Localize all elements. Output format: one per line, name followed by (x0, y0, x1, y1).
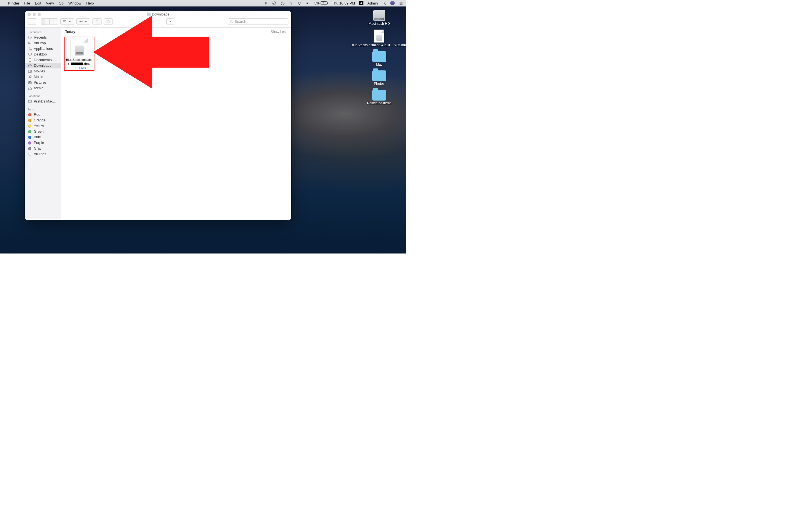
menu-go[interactable]: Go (59, 1, 63, 5)
group-header: Today (65, 30, 75, 34)
sidebar-header-tags: Tags (25, 107, 61, 112)
spotlight-icon[interactable] (382, 1, 386, 5)
battery-status[interactable]: 5% (314, 1, 328, 5)
minimize-window-button[interactable] (33, 13, 36, 16)
siri-icon[interactable] (390, 1, 395, 5)
redacted-segment (71, 62, 83, 65)
sidebar-item-pictures[interactable]: Pictures (25, 80, 61, 86)
airdrop-icon (28, 41, 32, 45)
tag-all[interactable]: All Tags… (25, 151, 61, 157)
sidebar-item-label: Recents (34, 36, 47, 40)
sidebar-item-airdrop[interactable]: AirDrop (25, 40, 61, 46)
path-dropdown[interactable] (166, 18, 174, 25)
show-less-button[interactable]: Show Less (271, 30, 287, 34)
action-button[interactable] (77, 18, 90, 25)
file-bluestacks-installer[interactable]: BlueStacksInstalle r_.dmg 617.1 MB (64, 37, 94, 71)
user-menu[interactable]: Admin (367, 1, 378, 5)
desktop-icon-bluestacks-dmg[interactable]: BlueStacksInstaller_4.210....f735.dmg (358, 30, 400, 47)
desktop-icon-photos-folder[interactable]: Photos (358, 70, 400, 86)
sidebar-item-downloads[interactable]: Downloads (25, 63, 61, 68)
menu-window[interactable]: Window (68, 1, 81, 5)
svg-rect-16 (63, 20, 64, 21)
clock[interactable]: Thu 10:59 PM (332, 1, 355, 5)
sidebar-item-label: Downloads (34, 64, 51, 68)
list-view-button[interactable] (45, 18, 49, 24)
sidebar-item-label: Music (34, 75, 43, 79)
tag-orange[interactable]: Orange (25, 117, 61, 123)
tag-yellow[interactable]: Yellow (25, 123, 61, 129)
svg-rect-20 (64, 21, 65, 22)
tag-green[interactable]: Green (25, 129, 61, 134)
tag-dot-icon (28, 147, 31, 150)
sidebar-item-label: Orange (34, 118, 46, 122)
sidebar-item-label: Pictures (34, 80, 47, 84)
sidebar-item-recents[interactable]: Recents (25, 35, 61, 40)
movies-icon (28, 69, 32, 73)
input-source-icon[interactable]: A (359, 1, 363, 5)
nav-buttons (28, 18, 36, 25)
icon-view-button[interactable] (41, 18, 45, 24)
sidebar-item-label: Pratik's Mac… (34, 100, 56, 103)
svg-point-0 (273, 1, 276, 4)
desktop-icons: Macintosh HD BlueStacksInstaller_4.210..… (358, 10, 400, 105)
creative-cloud-icon[interactable] (272, 1, 276, 5)
window-controls (28, 13, 41, 16)
tag-gray[interactable]: Gray (25, 146, 61, 151)
view-switcher (41, 18, 58, 25)
sidebar-item-admin[interactable]: admin (25, 86, 61, 91)
tag-blue[interactable]: Blue (25, 134, 61, 140)
svg-rect-17 (64, 20, 65, 21)
forward-button[interactable] (32, 18, 36, 24)
sidebar-item-documents[interactable]: Documents (25, 57, 61, 63)
menu-edit[interactable]: Edit (35, 1, 41, 5)
app-menu[interactable]: Finder (8, 1, 19, 5)
back-button[interactable] (28, 18, 32, 24)
share-button[interactable] (93, 18, 101, 25)
menu-help[interactable]: Help (86, 1, 94, 5)
notification-center-icon[interactable] (399, 1, 403, 5)
desktop-icon-macintosh-hd[interactable]: Macintosh HD (358, 10, 400, 25)
sidebar-item-desktop[interactable]: Desktop (25, 52, 61, 57)
svg-point-4 (383, 2, 385, 4)
volume-icon[interactable] (306, 1, 310, 5)
folder-icon (372, 70, 386, 81)
sidebar-item-movies[interactable]: Movies (25, 68, 61, 74)
column-view-button[interactable] (50, 18, 54, 24)
tag-red[interactable]: Red (25, 112, 61, 117)
svg-point-32 (29, 82, 31, 83)
zoom-window-button[interactable] (38, 13, 41, 16)
sidebar-header-favourites: Favourites (25, 30, 61, 35)
group-by-button[interactable] (60, 18, 74, 25)
wifi-broadcast-icon[interactable] (264, 1, 268, 5)
desktop-icon-relocated-folder[interactable]: Relocated Items (358, 90, 400, 105)
sidebar-item-applications[interactable]: Applications (25, 46, 61, 52)
folder-icon (372, 90, 386, 101)
sidebar-item-label: Documents (34, 58, 52, 62)
time-machine-icon[interactable] (281, 1, 285, 5)
desktop-icon (28, 52, 32, 56)
tag-dot-icon (28, 124, 31, 128)
menu-bar: Finder File Edit View Go Window Help 5% … (0, 0, 406, 6)
desktop-icon-mac-folder[interactable]: Mac (358, 51, 400, 66)
sidebar-item-label: AirDrop (34, 41, 46, 45)
menu-view[interactable]: View (46, 1, 54, 5)
gallery-view-button[interactable] (54, 18, 58, 24)
tag-purple[interactable]: Purple (25, 140, 61, 146)
file-size: 617.1 MB (65, 66, 93, 69)
sidebar-header-locations: Locations (25, 94, 61, 99)
tags-button[interactable] (104, 18, 113, 25)
finder-titlebar[interactable]: Downloads (25, 11, 291, 17)
close-window-button[interactable] (28, 13, 31, 16)
menu-file[interactable]: File (24, 1, 30, 5)
bluetooth-icon[interactable] (289, 1, 294, 5)
wifi-icon[interactable] (297, 1, 302, 5)
sidebar-item-remote-mac[interactable]: Pratik's Mac… (25, 99, 61, 104)
search-field[interactable]: Search (228, 18, 289, 25)
tag-dot-icon (28, 130, 31, 133)
dmg-file-icon (70, 38, 88, 58)
sidebar-item-music[interactable]: Music (25, 74, 61, 80)
svg-rect-28 (28, 70, 31, 72)
pictures-icon (28, 80, 32, 84)
sidebar-item-label: Yellow (34, 124, 44, 128)
search-icon (230, 20, 233, 23)
